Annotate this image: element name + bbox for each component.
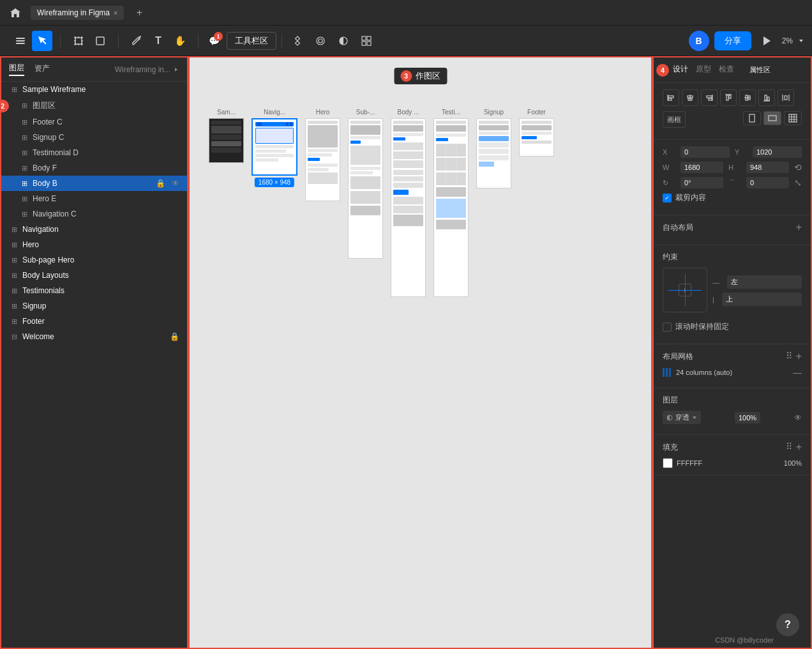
frame-landscape-icon[interactable]	[763, 111, 781, 125]
pen-tool[interactable]	[126, 31, 147, 51]
layer-item[interactable]: 2 ⊞ 图层区	[1, 97, 187, 114]
layer-item[interactable]: ⊞ Sub-page Hero	[1, 252, 187, 268]
tab-close-icon[interactable]: ×	[114, 9, 117, 17]
wf-frame-testi[interactable]	[433, 118, 469, 297]
wf-thumb-signup[interactable]: Signup	[476, 109, 511, 188]
align-top-icon[interactable]	[720, 89, 737, 106]
align-center-h-icon[interactable]	[682, 89, 698, 106]
layer-item-welcome[interactable]: ⊟ Welcome 🔒	[1, 329, 187, 344]
y-value[interactable]: 1020	[753, 146, 802, 158]
layer-item[interactable]: ⊞ Hero E	[1, 191, 187, 206]
frame-label-btn[interactable]: 画框	[663, 111, 686, 128]
layer-item-body-b[interactable]: ⊞ Body B 🔒 👁	[1, 176, 187, 191]
constraint-h-value[interactable]: 左	[727, 275, 802, 289]
zoom-level[interactable]: 2%	[782, 36, 793, 45]
x-value[interactable]: 0	[680, 146, 730, 158]
wf-thumb-footer[interactable]: Footer	[519, 109, 554, 157]
wf-frame-sub[interactable]	[348, 118, 383, 259]
grid-minus-icon[interactable]: —	[793, 367, 802, 378]
fill-color-swatch[interactable]	[663, 458, 673, 468]
keep-fixed-checkbox[interactable]	[663, 323, 672, 332]
frame-portrait-icon[interactable]	[743, 111, 761, 125]
clip-checkbox[interactable]: ✓	[663, 194, 672, 202]
menu-tool[interactable]	[10, 31, 31, 51]
wf-frame-body[interactable]	[391, 118, 426, 297]
fill-add-icon[interactable]: +	[796, 441, 802, 453]
canvas-area[interactable]: 3 作图区 Sam... Navig...	[188, 56, 652, 649]
resize-icon[interactable]: ⟲	[794, 162, 802, 172]
tab-assets[interactable]: 资产	[34, 63, 50, 75]
opacity-value[interactable]: 100%	[735, 412, 760, 424]
contrast-icon[interactable]	[333, 31, 354, 51]
fill-hex-value[interactable]: FFFFFF	[677, 459, 776, 467]
tab-add-button[interactable]: +	[132, 5, 147, 20]
share-button[interactable]: 分享	[714, 31, 751, 50]
shape-tool[interactable]	[90, 31, 110, 51]
fill-opacity-value[interactable]: 100%	[779, 459, 802, 467]
auto-layout-add-icon[interactable]: +	[796, 222, 802, 233]
plugin-icon[interactable]	[310, 31, 331, 51]
corner-expand-icon[interactable]: ⤡	[794, 178, 802, 188]
arrange-icon[interactable]	[356, 31, 377, 51]
grid-expand-icon[interactable]	[781, 369, 790, 376]
wf-thumb-testi[interactable]: Testi...	[433, 109, 469, 297]
rotation-value[interactable]: 0°	[680, 177, 723, 188]
grid-dots-icon[interactable]: ⠿	[786, 351, 792, 362]
layer-item[interactable]: ⊞ Footer	[1, 314, 187, 329]
home-icon[interactable]	[8, 5, 23, 20]
wf-frame-nav[interactable]: 1680 × 948	[252, 118, 297, 176]
tab-layers[interactable]: 图层	[9, 63, 24, 76]
tab-inspect[interactable]: 检查	[719, 64, 734, 76]
layer-item[interactable]: ⊞ Body Layouts	[1, 268, 187, 283]
grid-add-icon[interactable]: +	[796, 351, 802, 362]
wf-thumb-nav[interactable]: Navig...	[252, 109, 297, 176]
help-button[interactable]: ?	[776, 613, 799, 636]
layers-list[interactable]: ⊞ Sample Wireframe 2 ⊞ 图层区 ⊞ Footer C ⊞ …	[1, 82, 187, 648]
svg-rect-46	[789, 114, 797, 122]
frame-tool[interactable]	[68, 31, 89, 51]
layer-item[interactable]: ⊞ Body F	[1, 160, 187, 176]
wf-thumb-sample[interactable]: Sam...	[209, 109, 244, 163]
wf-frame-footer[interactable]	[519, 118, 554, 157]
frame-grid-icon[interactable]	[784, 111, 802, 125]
tab-wireframing[interactable]: Wireframing in Figma ×	[31, 6, 124, 20]
select-tool[interactable]	[32, 31, 52, 51]
align-right-icon[interactable]	[701, 89, 718, 106]
wf-thumb-sub[interactable]: Sub-...	[348, 109, 383, 259]
layer-item[interactable]: ⊞ Sample Wireframe	[1, 82, 187, 97]
wf-thumb-body[interactable]: Body ...	[391, 109, 426, 297]
blend-mode-select[interactable]: 穿透	[663, 411, 701, 424]
hand-tool[interactable]: ✋	[170, 31, 190, 51]
wf-thumb-hero[interactable]: Hero	[305, 109, 340, 201]
visibility-icon[interactable]: 👁	[794, 413, 802, 422]
text-tool[interactable]: T	[148, 31, 169, 51]
layer-item[interactable]: ⊞ Testimonials	[1, 283, 187, 298]
corner-value[interactable]: 0	[746, 177, 789, 188]
w-value[interactable]: 1680	[680, 162, 723, 173]
wf-frame-hero[interactable]	[305, 118, 340, 201]
layer-item[interactable]: ⊞ Testimonial D	[1, 145, 187, 160]
tab-prototype[interactable]: 原型	[696, 64, 711, 76]
constraint-v-value[interactable]: 上	[722, 293, 802, 306]
align-bottom-icon[interactable]	[758, 89, 775, 106]
wf-frame-signup[interactable]	[476, 118, 511, 188]
annotation-4-label: 属性区	[744, 64, 776, 76]
layer-item[interactable]: ⊞ Navigation	[1, 222, 187, 237]
align-center-v-icon[interactable]	[739, 89, 756, 106]
distribute-icon[interactable]	[778, 89, 794, 106]
h-value[interactable]: 948	[746, 162, 789, 173]
wf-frame-sample[interactable]	[209, 118, 244, 163]
comment-tool[interactable]: 💬 1	[204, 31, 224, 51]
tab-design[interactable]: 设计	[673, 64, 688, 76]
layer-item[interactable]: ⊞ Hero	[1, 237, 187, 252]
layer-item[interactable]: ⊞ Navigation C	[1, 206, 187, 222]
align-left-icon[interactable]	[663, 89, 679, 106]
play-button[interactable]	[756, 31, 777, 51]
component-icon[interactable]	[287, 31, 308, 51]
avatar-button[interactable]: B	[689, 31, 709, 51]
layer-item[interactable]: ⊞ Signup	[1, 298, 187, 314]
layer-item[interactable]: ⊞ Signup C	[1, 130, 187, 145]
fill-dots-icon[interactable]: ⠿	[786, 441, 792, 453]
fill-label: 填充	[663, 442, 678, 453]
layer-item[interactable]: ⊞ Footer C	[1, 114, 187, 130]
